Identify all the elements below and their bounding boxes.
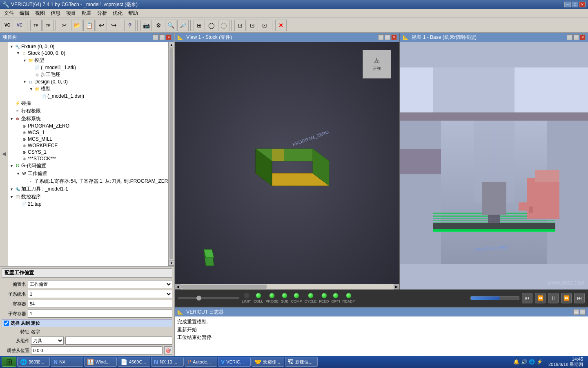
tree-item[interactable]: 📄(_model1_1.stk): [10, 64, 167, 71]
base-close[interactable]: ✕: [580, 34, 586, 40]
toolbar-circle1[interactable]: ◯: [206, 20, 217, 31]
toolbar-circle2[interactable]: ◯: [218, 20, 229, 31]
nav-pause[interactable]: ⏸: [548, 293, 559, 303]
taskbar-autodesk[interactable]: P Autode...: [185, 357, 217, 367]
scroll-thumb[interactable]: [169, 48, 173, 259]
taskbar-vericut[interactable]: V VERIC...: [218, 357, 251, 367]
input-register[interactable]: [28, 300, 172, 308]
tree-expand[interactable]: ▼: [10, 117, 15, 121]
toolbar-close-x[interactable]: ✕: [275, 20, 287, 31]
tree-item[interactable]: ▼GG-代码偏置: [10, 162, 167, 170]
slider-thumb[interactable]: [196, 296, 201, 301]
tree-item[interactable]: ⊕***STOCK***: [10, 155, 167, 162]
toolbar-cut[interactable]: ✂: [59, 20, 70, 31]
log-controls[interactable]: — □: [573, 309, 586, 315]
menu-view[interactable]: 视图: [33, 9, 47, 18]
input-from-name[interactable]: [65, 337, 172, 345]
scroll-up[interactable]: ▲: [169, 42, 174, 47]
menu-analysis[interactable]: 分析: [95, 9, 109, 18]
nav-next[interactable]: ⏩: [561, 293, 572, 303]
maximize-button[interactable]: □: [572, 2, 578, 7]
toolbar-tp2[interactable]: TP: [42, 20, 54, 31]
taskbar-4569[interactable]: 📄 4569C...: [118, 357, 150, 367]
menu-optimize[interactable]: 优化: [110, 9, 125, 18]
stock-close[interactable]: ✕: [391, 34, 397, 40]
stock-view-controls[interactable]: — □ ✕: [378, 34, 397, 40]
tree-item[interactable]: ▼🔩加工刀具 : _model1-1: [10, 185, 167, 193]
toolbar-zoom-out[interactable]: 🔎: [177, 20, 189, 31]
checkbox-locate[interactable]: [4, 321, 9, 326]
base-view-controls[interactable]: — □ ✕: [567, 34, 586, 40]
tree-item[interactable]: ⊕WCS_1: [10, 129, 167, 136]
log-maximize[interactable]: □: [580, 309, 586, 315]
scroll-down[interactable]: ▼: [169, 260, 174, 266]
toolbar-zoom-in[interactable]: 🔍: [165, 20, 176, 31]
taskbar-new[interactable]: 🏗 新建位...: [285, 357, 318, 367]
toolbar-undo[interactable]: ↩: [96, 20, 107, 31]
taskbar-360[interactable]: 🌐 360安...: [17, 357, 50, 367]
taskbar-nx-icon[interactable]: N NX: [51, 357, 83, 367]
minimize-button[interactable]: —: [564, 2, 571, 7]
toolbar-redo[interactable]: ↪: [108, 20, 119, 31]
menu-config[interactable]: 配置: [79, 9, 94, 18]
tree-expand[interactable]: ▼: [10, 195, 15, 199]
stock-hscroll[interactable]: ◀ ▶: [175, 284, 399, 289]
tree-item[interactable]: ▼📁模型: [10, 56, 167, 64]
toolbar-view2[interactable]: ⊡: [247, 20, 258, 31]
toolbar-view3[interactable]: ⊡: [259, 20, 270, 31]
nav-prev[interactable]: ⏪: [535, 293, 546, 303]
toolbar-open[interactable]: 📂: [71, 20, 82, 31]
menu-file[interactable]: 文件: [2, 9, 16, 18]
start-button[interactable]: ⊞: [2, 357, 16, 367]
tree-header-controls[interactable]: — □ ✕: [153, 34, 172, 40]
input-adjust[interactable]: [31, 346, 163, 355]
tree-maximize[interactable]: □: [159, 34, 165, 40]
close-button[interactable]: ✕: [579, 2, 586, 7]
project-tree[interactable]: ▼🔧Fixture (0, 0, 0)▼□Stock (-100, 0, 0)▼…: [8, 42, 168, 266]
tree-item[interactable]: ≡行程极限: [10, 107, 167, 115]
tree-item[interactable]: ▼🔧Fixture (0, 0, 0): [10, 43, 167, 50]
tree-expand[interactable]: ▼: [16, 51, 21, 55]
menu-edit[interactable]: 编辑: [17, 9, 32, 18]
toolbar-cam[interactable]: 📷: [140, 20, 152, 31]
taskbar-windows[interactable]: 🪟 Wind...: [84, 357, 117, 367]
tree-item[interactable]: ▼📋数控程序: [10, 193, 167, 201]
tree-item[interactable]: ◇加工毛坯: [10, 71, 167, 79]
toolbar-tp1[interactable]: TP: [30, 20, 42, 31]
toolbar-grid[interactable]: ⊞: [194, 20, 205, 31]
nav-last[interactable]: ⏭: [574, 293, 585, 303]
select-from[interactable]: 刀具: [31, 337, 64, 345]
tree-item[interactable]: ⊕PROGRAM_ZERO: [10, 123, 167, 129]
toolbar-vc2[interactable]: VC: [14, 20, 25, 31]
tree-minimize[interactable]: —: [153, 34, 158, 40]
menu-info[interactable]: 信息: [48, 9, 63, 18]
title-bar-controls[interactable]: — □ ✕: [564, 2, 586, 7]
orientation-cube[interactable]: 左正视: [363, 50, 391, 79]
tree-item[interactable]: 📄21.tap: [10, 201, 167, 207]
taskbar-nx10[interactable]: N NX 10 ...: [151, 357, 184, 367]
tree-expand[interactable]: ▼: [29, 87, 34, 91]
menu-help[interactable]: 帮助: [126, 9, 140, 18]
tree-item[interactable]: ⚡碰撞: [10, 99, 167, 107]
tree-item[interactable]: ·子系统:1,寄存器:54, 子寄存器:1, 从:刀具, 到:PROGRAM_Z…: [10, 177, 167, 185]
taskbar-clock[interactable]: 14:45 2019/8/18 星期四: [545, 357, 586, 368]
nav-first[interactable]: ⏮: [522, 293, 532, 303]
stock-maximize[interactable]: □: [385, 34, 390, 40]
tree-item[interactable]: 📄(_model1_1.dsn): [10, 93, 167, 99]
toolbar-settings[interactable]: ⚙: [153, 20, 164, 31]
tree-expand[interactable]: ▼: [23, 80, 28, 84]
base-maximize[interactable]: □: [573, 34, 579, 40]
toolbar-view1[interactable]: ⊡: [234, 20, 246, 31]
taskbar-welcome[interactable]: 🤝 欢迎使...: [252, 357, 284, 367]
tree-close[interactable]: ✕: [166, 34, 172, 40]
select-subsys[interactable]: 1: [28, 290, 172, 298]
base-view-canvas[interactable]: PROGRAM_ZERO WWW.3DSJ.COM: [400, 42, 588, 289]
tree-item[interactable]: ▼📁模型: [10, 85, 167, 93]
menu-project[interactable]: 项目: [64, 9, 78, 18]
tree-item[interactable]: ▼□Stock (-100, 0, 0): [10, 50, 167, 56]
tree-expand[interactable]: ▼: [23, 58, 28, 63]
speed-slider[interactable]: [178, 297, 239, 299]
tree-item[interactable]: ⊕WORKPIECE: [10, 142, 167, 149]
log-minimize[interactable]: —: [573, 309, 579, 315]
toolbar-vc1[interactable]: VC: [2, 20, 13, 31]
